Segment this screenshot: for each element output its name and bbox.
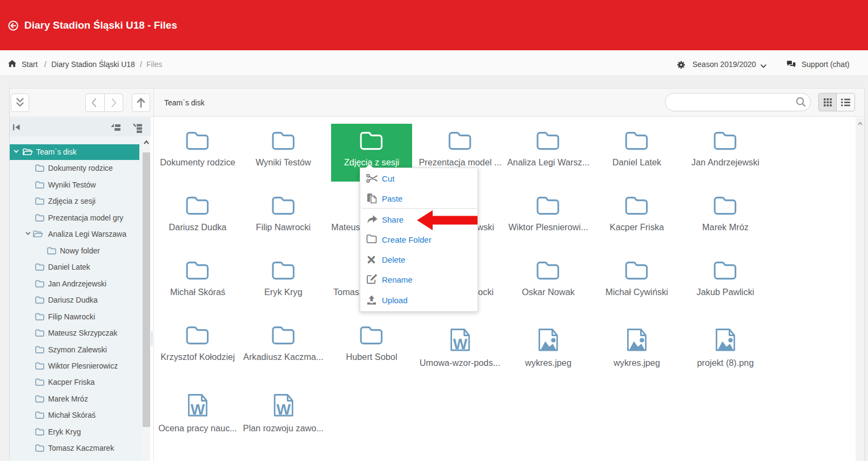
svg-text:W: W [191,401,205,418]
svg-text:W: W [453,336,467,352]
svg-text:W: W [276,401,291,418]
